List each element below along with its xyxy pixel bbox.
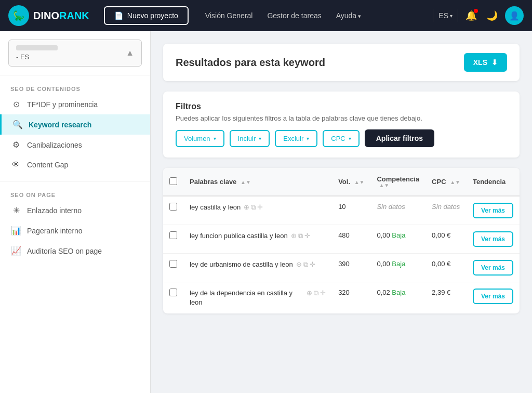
divider2 bbox=[458, 9, 458, 22]
filter-excluir[interactable]: Excluir bbox=[275, 130, 317, 147]
keywords-table-card: Palabras clave ▲▼ Vol. ▲▼ Competencia ▲▼ bbox=[163, 168, 520, 313]
notifications-button[interactable]: 🔔 bbox=[463, 8, 479, 23]
add-keyword-icon[interactable]: ⊕ bbox=[296, 260, 302, 269]
row-checkbox-3[interactable] bbox=[169, 289, 177, 296]
th-checkbox bbox=[163, 168, 183, 196]
sidebar-label-auditoria: Auditoría SEO on page bbox=[27, 247, 102, 255]
expand-keyword-icon[interactable]: ✛ bbox=[310, 260, 315, 269]
table-body: ley castilla y leon ⊕ ⧉ ✛ 10 Sin datos S… bbox=[163, 196, 520, 313]
sidebar-item-tf-idf[interactable]: ⊙ TF*IDF y prominencia bbox=[0, 94, 150, 114]
language-selector[interactable]: ES bbox=[438, 11, 453, 20]
ver-mas-button-2[interactable]: Ver más bbox=[473, 260, 513, 276]
filter-description: Puedes aplicar los siguientes filtros a … bbox=[176, 114, 507, 122]
row-competencia-cell: Sin datos bbox=[370, 196, 425, 225]
row-keyword-cell: ley de urbanismo de castilla y leon ⊕ ⧉ … bbox=[183, 254, 332, 282]
keyword-actions: ⊕ ⧉ ✛ bbox=[291, 232, 310, 240]
canibalizaciones-icon: ⚙ bbox=[10, 140, 22, 150]
document-icon: 📄 bbox=[114, 11, 123, 20]
row-checkbox-0[interactable] bbox=[169, 203, 177, 211]
moon-icon: 🌙 bbox=[486, 10, 498, 21]
expand-keyword-icon[interactable]: ✛ bbox=[320, 289, 326, 297]
sin-datos-cpc: Sin datos bbox=[432, 203, 460, 211]
sort-icon-comp[interactable]: ▲▼ bbox=[379, 183, 389, 188]
sidebar-divider2 bbox=[0, 181, 150, 181]
sidebar-item-canibalizaciones[interactable]: ⚙ Canibalizaciones bbox=[0, 135, 150, 155]
sort-icon-vol[interactable]: ▲▼ bbox=[354, 180, 365, 185]
nav-right: ES 🔔 🌙 👤 bbox=[433, 6, 524, 25]
nav-gestor-tareas[interactable]: Gestor de tareas bbox=[261, 7, 327, 24]
section-seo-on-page: SEO ON PAGE bbox=[0, 188, 150, 200]
row-checkbox-cell bbox=[163, 196, 183, 225]
filter-incluir[interactable]: Incluir bbox=[230, 130, 270, 147]
select-all-checkbox[interactable] bbox=[169, 177, 177, 185]
sidebar-item-enlazado[interactable]: ✳ Enlazado interno bbox=[0, 200, 150, 220]
row-cpc-cell: 0,00 € bbox=[425, 254, 467, 282]
row-vol-cell: 10 bbox=[332, 196, 370, 225]
dark-mode-button[interactable]: 🌙 bbox=[484, 8, 500, 23]
table-row: ley castilla y leon ⊕ ⧉ ✛ 10 Sin datos S… bbox=[163, 196, 520, 225]
badge-baja: Baja bbox=[392, 260, 405, 268]
th-competencia: Competencia ▲▼ bbox=[370, 168, 425, 196]
enlazado-icon: ✳ bbox=[10, 205, 22, 215]
keywords-table: Palabras clave ▲▼ Vol. ▲▼ Competencia ▲▼ bbox=[163, 168, 520, 313]
row-competencia-cell: 0,02 Baja bbox=[370, 282, 425, 314]
sort-icon-cpc[interactable]: ▲▼ bbox=[450, 180, 460, 185]
sidebar-divider bbox=[0, 75, 150, 75]
add-keyword-icon[interactable]: ⊕ bbox=[291, 232, 297, 240]
main-content: Resultados para esta keyword XLS ⬇ Filtr… bbox=[151, 31, 532, 393]
nav-vision-general[interactable]: Visión General bbox=[199, 7, 259, 24]
sidebar-item-content-gap[interactable]: 👁 Content Gap bbox=[0, 155, 150, 175]
badge-baja: Baja bbox=[392, 289, 405, 296]
export-xls-button[interactable]: XLS ⬇ bbox=[464, 53, 507, 72]
ver-mas-button-1[interactable]: Ver más bbox=[473, 231, 513, 247]
copy-keyword-icon[interactable]: ⧉ bbox=[251, 203, 256, 212]
topnav: 🦕 DINORANK 📄 Nuevo proyecto Visión Gener… bbox=[0, 0, 532, 31]
auditoria-icon: 📈 bbox=[10, 246, 22, 256]
row-keyword-cell: ley castilla y leon ⊕ ⧉ ✛ bbox=[183, 196, 332, 225]
filter-row: Volumen Incluir Excluir CPC Aplicar filt… bbox=[176, 129, 507, 147]
table-row: ley de la dependencia en castilla y leon… bbox=[163, 282, 520, 314]
th-volumen: Vol. ▲▼ bbox=[332, 168, 370, 196]
apply-filters-button[interactable]: Aplicar filtros bbox=[365, 129, 434, 147]
filter-cpc[interactable]: CPC bbox=[323, 130, 359, 147]
project-selector[interactable]: - ES ▲ bbox=[8, 40, 142, 67]
copy-keyword-icon[interactable]: ⧉ bbox=[298, 232, 303, 240]
filter-title: Filtros bbox=[176, 102, 507, 111]
row-vol-cell: 390 bbox=[332, 254, 370, 282]
sidebar-item-auditoria[interactable]: 📈 Auditoría SEO on page bbox=[0, 241, 150, 261]
row-tendencia-cell: Ver más bbox=[467, 254, 520, 282]
sidebar-item-pagerank[interactable]: 📊 Pagerank interno bbox=[0, 220, 150, 241]
sidebar-label-canibalizaciones: Canibalizaciones bbox=[27, 141, 82, 149]
notification-dot bbox=[474, 9, 478, 13]
row-keyword-cell: ley funcion publica castilla y leon ⊕ ⧉ … bbox=[183, 225, 332, 254]
nuevo-proyecto-button[interactable]: 📄 Nuevo proyecto bbox=[104, 6, 189, 25]
expand-keyword-icon[interactable]: ✛ bbox=[304, 232, 310, 240]
sidebar-item-keyword-research[interactable]: 🔍 Keyword research bbox=[0, 114, 150, 135]
sin-datos-comp: Sin datos bbox=[377, 203, 405, 211]
row-tendencia-cell: Ver más bbox=[467, 196, 520, 225]
sort-icon-kw[interactable]: ▲▼ bbox=[241, 180, 251, 185]
copy-keyword-icon[interactable]: ⧉ bbox=[314, 289, 318, 297]
nav-ayuda[interactable]: Ayuda bbox=[330, 7, 368, 24]
copy-keyword-icon[interactable]: ⧉ bbox=[303, 260, 308, 269]
filter-volumen[interactable]: Volumen bbox=[176, 130, 224, 147]
row-checkbox-cell bbox=[163, 225, 183, 254]
badge-baja: Baja bbox=[392, 231, 405, 239]
table-row: ley de urbanismo de castilla y leon ⊕ ⧉ … bbox=[163, 254, 520, 282]
sidebar-label-pagerank: Pagerank interno bbox=[27, 227, 83, 235]
tf-idf-icon: ⊙ bbox=[10, 99, 22, 109]
ver-mas-button-3[interactable]: Ver más bbox=[473, 289, 513, 304]
keyword-actions: ⊕ ⧉ ✛ bbox=[244, 203, 263, 212]
user-avatar[interactable]: 👤 bbox=[505, 6, 524, 25]
row-cpc-cell: 0,00 € bbox=[425, 225, 467, 254]
add-keyword-icon[interactable]: ⊕ bbox=[307, 289, 312, 297]
row-checkbox-2[interactable] bbox=[169, 260, 177, 268]
keyword-text: ley castilla y leon bbox=[190, 203, 241, 212]
ver-mas-button-0[interactable]: Ver más bbox=[473, 203, 513, 218]
add-keyword-icon[interactable]: ⊕ bbox=[244, 203, 249, 212]
row-tendencia-cell: Ver más bbox=[467, 282, 520, 314]
row-cpc-cell: 2,39 € bbox=[425, 282, 467, 314]
row-checkbox-1[interactable] bbox=[169, 231, 177, 239]
th-palabras-clave: Palabras clave ▲▼ bbox=[183, 168, 332, 196]
expand-keyword-icon[interactable]: ✛ bbox=[257, 203, 263, 212]
